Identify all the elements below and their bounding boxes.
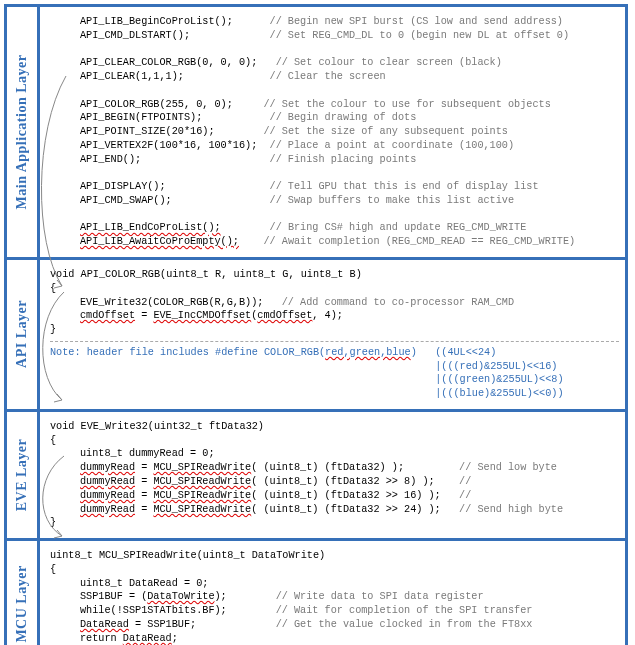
m-l10-code: API_DISPLAY(); bbox=[80, 181, 166, 192]
label-eve: EVE Layer bbox=[14, 439, 30, 512]
code-api: void API_COLOR_RGB(uint8_t R, uint8_t G,… bbox=[40, 260, 625, 409]
code-main: API_LIB_BeginCoProList(); // Begin new S… bbox=[40, 7, 625, 257]
label-cell-eve: EVE Layer bbox=[7, 412, 40, 538]
row-eve: EVE Layer void EVE_Write32(uint32_t ftDa… bbox=[7, 412, 625, 541]
m-l12-code: API_LIB_EndCoProList(); bbox=[80, 222, 221, 233]
api-note-post: ) ((4UL<<24) bbox=[411, 347, 497, 358]
label-mcu: MCU Layer bbox=[14, 565, 30, 642]
m-l9-code: API_END(); bbox=[80, 154, 141, 165]
m-l5-code: API_COLOR_RGB(255, 0, 0); bbox=[80, 99, 233, 110]
row-api: API Layer void API_COLOR_RGB(uint8_t R, … bbox=[7, 260, 625, 412]
m-l7-code: API_POINT_SIZE(20*16); bbox=[80, 126, 215, 137]
m-l4-code: API_CLEAR(1,1,1); bbox=[80, 71, 184, 82]
api-b2c: EVE_IncCMDOffset bbox=[153, 310, 251, 321]
mcu-open: { bbox=[50, 563, 619, 577]
m-l13-cmt: // Await completion (REG_CMD_READ == REG… bbox=[263, 236, 575, 247]
api-b2e: cmdOffset bbox=[257, 310, 312, 321]
eve-sig: void EVE_Write32(uint32_t ftData32) bbox=[50, 420, 619, 434]
m-l11-code: API_CMD_SWAP(); bbox=[80, 195, 172, 206]
code-eve: void EVE_Write32(uint32_t ftData32) { ui… bbox=[40, 412, 625, 538]
api-b2b: = bbox=[135, 310, 153, 321]
m-l8-code: API_VERTEX2F(100*16, 100*16); bbox=[80, 140, 257, 151]
code-mcu: uint8_t MCU_SPIReadWrite(uint8_t DataToW… bbox=[40, 541, 625, 645]
m-l8-cmt: // Place a point at coordinate (100,100) bbox=[270, 140, 515, 151]
api-note2: Note: header file includes #define COLOR… bbox=[50, 360, 619, 374]
m-l1-cmt: // Begin new SPI burst (CS low and send … bbox=[270, 16, 563, 27]
m-l13-code: API_LIB_AwaitCoProEmpty(); bbox=[80, 236, 239, 247]
api-note-args: red,green,blue bbox=[325, 347, 411, 358]
m-l6-code: API_BEGIN(FTPOINTS); bbox=[80, 112, 202, 123]
m-l7-cmt: // Set the size of any subsequent points bbox=[263, 126, 508, 137]
m-l2-code: API_CMD_DLSTART(); bbox=[80, 30, 190, 41]
api-open: { bbox=[50, 282, 619, 296]
mcu-sig: uint8_t MCU_SPIReadWrite(uint8_t DataToW… bbox=[50, 549, 619, 563]
m-l3-code: API_CLEAR_COLOR_RGB(0, 0, 0); bbox=[80, 57, 257, 68]
m-l6-cmt: // Begin drawing of dots bbox=[270, 112, 417, 123]
api-note-pre: Note: header file includes #define COLOR… bbox=[50, 347, 325, 358]
eve-open: { bbox=[50, 434, 619, 448]
api-divider bbox=[50, 341, 619, 342]
mcu-v1: uint8_t DataRead = 0; bbox=[50, 577, 619, 591]
m-l12-cmt: // Bring CS# high and update REG_CMD_WRI… bbox=[270, 222, 527, 233]
m-l1-code: API_LIB_BeginCoProList(); bbox=[80, 16, 233, 27]
m-l4-cmt: // Clear the screen bbox=[270, 71, 386, 82]
label-cell-main: Main Application Layer bbox=[7, 7, 40, 257]
m-l9-cmt: // Finish placing points bbox=[270, 154, 417, 165]
eve-close: } bbox=[50, 516, 619, 530]
m-l3-cmt: // Set colour to clear screen (black) bbox=[276, 57, 502, 68]
row-mcu: MCU Layer uint8_t MCU_SPIReadWrite(uint8… bbox=[7, 541, 625, 645]
m-l11-cmt: // Swap buffers to make this list active bbox=[270, 195, 515, 206]
m-l5-cmt: // Set the colour to use for subsequent … bbox=[263, 99, 550, 110]
label-cell-api: API Layer bbox=[7, 260, 40, 409]
api-b2f: , 4); bbox=[312, 310, 343, 321]
eve-v1: uint8_t dummyRead = 0; bbox=[50, 447, 619, 461]
m-l2-cmt: // Set REG_CMD_DL to 0 (begin new DL at … bbox=[270, 30, 570, 41]
api-sig: void API_COLOR_RGB(uint8_t R, uint8_t G,… bbox=[50, 268, 619, 282]
api-b1-cmt: // Add command to co-processor RAM_CMD bbox=[282, 297, 514, 308]
label-main: Main Application Layer bbox=[14, 55, 30, 210]
layer-diagram: Main Application Layer API_LIB_BeginCoPr… bbox=[4, 4, 628, 645]
api-b2a: cmdOffset bbox=[80, 310, 135, 321]
label-cell-mcu: MCU Layer bbox=[7, 541, 40, 645]
api-note3: Note: header file includes #define COLOR… bbox=[50, 373, 619, 387]
api-b1: EVE_Write32(COLOR_RGB(R,G,B)); bbox=[80, 297, 263, 308]
api-close: } bbox=[50, 323, 619, 337]
row-main: Main Application Layer API_LIB_BeginCoPr… bbox=[7, 7, 625, 260]
api-note4: Note: header file includes #define COLOR… bbox=[50, 387, 619, 401]
label-api: API Layer bbox=[14, 301, 30, 369]
m-l10-cmt: // Tell GPU that this is end of display … bbox=[270, 181, 539, 192]
